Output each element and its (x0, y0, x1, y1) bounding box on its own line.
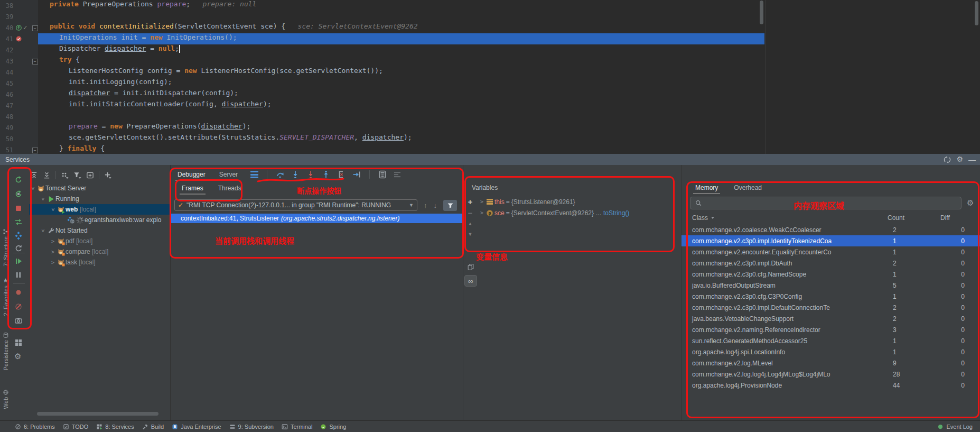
tab-memory[interactable]: Memory (692, 184, 721, 191)
swap-button[interactable] (14, 217, 24, 226)
statusbar-item-event-log[interactable]: Event Log (937, 424, 973, 430)
tostring-link[interactable]: toString() (603, 209, 629, 217)
hotswap-button[interactable] (14, 231, 24, 240)
code-line[interactable]: 46dispatcher = init.initDispatcher(confi… (0, 89, 764, 100)
chevron-down-icon[interactable]: > (40, 227, 46, 234)
sidebar-label----structure[interactable]: 7: Structure (0, 228, 11, 266)
float-window-icon[interactable] (944, 156, 951, 163)
code-line[interactable]: 38private PrepareOperations prepare; pre… (0, 0, 764, 11)
memory-row[interactable]: com.mchange.v2.c3p0.impl.DbAuth20 (682, 258, 980, 269)
code-line[interactable]: 43−try { (0, 56, 764, 67)
tree-horizontal-scrollbar[interactable] (37, 412, 158, 416)
fold-marker[interactable]: − (32, 58, 38, 65)
tab-overhead[interactable]: Overhead (731, 184, 765, 191)
memory-row[interactable]: com.mchange.v2.coalesce.WeakCcCoalescer2… (682, 224, 980, 235)
statusbar-item-8--services[interactable]: 8: Services (96, 424, 134, 430)
mute-button[interactable] (14, 287, 24, 297)
addsvc-button[interactable] (104, 171, 112, 179)
column-count[interactable]: Count (888, 214, 940, 222)
add-watch-icon[interactable]: + (468, 199, 473, 205)
step-into-button[interactable] (291, 170, 300, 179)
evaluate-expression-button[interactable] (378, 170, 387, 179)
remove-watch-icon[interactable]: − (468, 210, 473, 216)
breakpoint-icon[interactable] (15, 35, 22, 42)
fold-marker[interactable]: − (32, 147, 38, 153)
tree-item-task[interactable]: >task [local] (29, 257, 170, 268)
chevron-right-icon[interactable]: > (49, 249, 57, 255)
grid-button[interactable] (14, 337, 24, 347)
code-line[interactable]: 47init.initStaticContentLoader(config, d… (0, 100, 764, 111)
frameplus-button[interactable] (86, 171, 94, 179)
code-editor[interactable]: 38private PrepareOperations prepare; pre… (0, 0, 764, 154)
memory-row[interactable]: sun.reflect.GeneratedMethodAccessor2510 (682, 335, 980, 346)
camera-button[interactable] (14, 315, 24, 325)
code-line[interactable]: 49prepare = new PrepareOperations(dispat… (0, 122, 764, 133)
code-line[interactable]: 45init.initLogging(config); (0, 78, 764, 89)
statusbar-item-9--subversion[interactable]: 9: Subversion (229, 424, 274, 430)
fold-icon[interactable]: − (32, 25, 38, 31)
step-over-button[interactable] (276, 170, 284, 179)
hide-library-frames-toggle[interactable] (443, 200, 457, 211)
scroll-down-icon[interactable]: ▼ (468, 232, 473, 237)
memory-row[interactable]: com.mchange.v2.c3p0.impl.IdentityTokeniz… (682, 235, 980, 246)
chevron-right-icon[interactable]: > (49, 238, 57, 244)
memory-row[interactable]: java.beans.VetoableChangeSupport20 (682, 313, 980, 324)
fold-icon[interactable]: − (32, 148, 38, 153)
slash-button[interactable] (14, 301, 24, 311)
statusbar-item-spring[interactable]: Spring (320, 424, 346, 430)
tab-debugger[interactable]: Debugger (174, 171, 209, 178)
editor-split-pane[interactable] (765, 0, 980, 154)
refresh-button[interactable] (14, 243, 24, 253)
memory-row[interactable]: org.apache.log4j.spi.LocationInfo10 (682, 346, 980, 357)
chevron-down-icon[interactable]: > (30, 185, 36, 192)
scroll-up-icon[interactable]: ▲ (468, 221, 473, 226)
memory-row[interactable]: com.mchange.v2.c3p0.cfg.C3P0Config10 (682, 291, 980, 302)
memory-row[interactable]: com.mchange.v2.c3p0.cfg.NamedScope10 (682, 269, 980, 280)
tab-server[interactable]: Server (216, 171, 241, 178)
tree-item-egrantshanxiweb-war-explo[interactable]: egrantshanxiweb:war explo (29, 215, 170, 225)
memory-row[interactable]: com.mchange.v2.log.log4j.Log4jMLog$Log4j… (682, 369, 980, 380)
tree-item-running[interactable]: >Running (29, 194, 170, 204)
groupby-button[interactable] (61, 171, 69, 179)
tree-item-pdf[interactable]: >pdf [local] (29, 236, 170, 246)
thread-dropdown[interactable]: ✓ "RMI TCP Connection(2)-127.0.0.1... in… (174, 199, 417, 211)
rerun-button[interactable] (14, 174, 24, 184)
sidebar-label----favorites[interactable]: ★2: Favorites (0, 277, 11, 316)
chevron-down-icon[interactable]: > (40, 195, 46, 203)
code-line[interactable]: 40✓−public void contextInitialized(Servl… (0, 22, 764, 33)
gear-button[interactable]: ⚙ (14, 351, 24, 361)
layout-menu-icon[interactable] (250, 171, 258, 178)
code-line[interactable]: 50sce.getServletContext().setAttribute(S… (0, 133, 764, 144)
variable-row-sce[interactable]: >psce={ServletContextEvent@9262}...toStr… (479, 208, 629, 218)
force-step-button[interactable] (306, 170, 315, 179)
memory-row[interactable]: org.apache.log4j.ProvisionNode440 (682, 380, 980, 391)
memory-row[interactable]: com.mchange.v2.c3p0.impl.DefaultConnecti… (682, 302, 980, 313)
code-line[interactable]: 39 (0, 11, 764, 22)
drop-frame-button[interactable] (337, 170, 346, 179)
fold-marker[interactable]: − (32, 25, 38, 31)
code-line[interactable]: 44ListenerHostConfig config = new Listen… (0, 67, 764, 78)
code-line[interactable]: 48 (0, 111, 764, 122)
variable-row-this[interactable]: >this={StrutsListener@9261} (479, 197, 575, 207)
watch-return-values-button[interactable]: ∞ (464, 275, 477, 287)
collapse-all-button[interactable] (43, 171, 51, 179)
statusbar-item-todo[interactable]: TODO (63, 424, 89, 430)
tab-frames[interactable]: Frames (179, 185, 207, 192)
chevron-right-icon[interactable]: > (479, 199, 485, 205)
tree-item-web[interactable]: >web [local] (29, 204, 170, 215)
stop-button[interactable] (14, 203, 24, 213)
sidebar-label-web[interactable]: Web (0, 389, 11, 409)
restore-layout-button[interactable] (393, 170, 402, 179)
tab-threads[interactable]: Threads (215, 185, 245, 192)
editor-right-scrollbar[interactable] (975, 1, 978, 25)
memory-settings-icon[interactable]: ⚙ (967, 199, 974, 207)
code-line[interactable]: 51−} finally { (0, 144, 764, 154)
copy-stack-icon[interactable] (467, 263, 474, 271)
sidebar-label-persistence[interactable]: Persistence (0, 332, 11, 370)
statusbar-item-build[interactable]: Build (142, 424, 164, 430)
hide-panel-icon[interactable]: — (968, 155, 976, 164)
tree-item-compare[interactable]: >compare [local] (29, 246, 170, 257)
statusbar-item-6--problems[interactable]: 6: Problems (15, 424, 55, 430)
memory-row[interactable]: com.mchange.v2.encounter.EqualityEncount… (682, 246, 980, 258)
statusbar-item-terminal[interactable]: Terminal (282, 424, 313, 430)
